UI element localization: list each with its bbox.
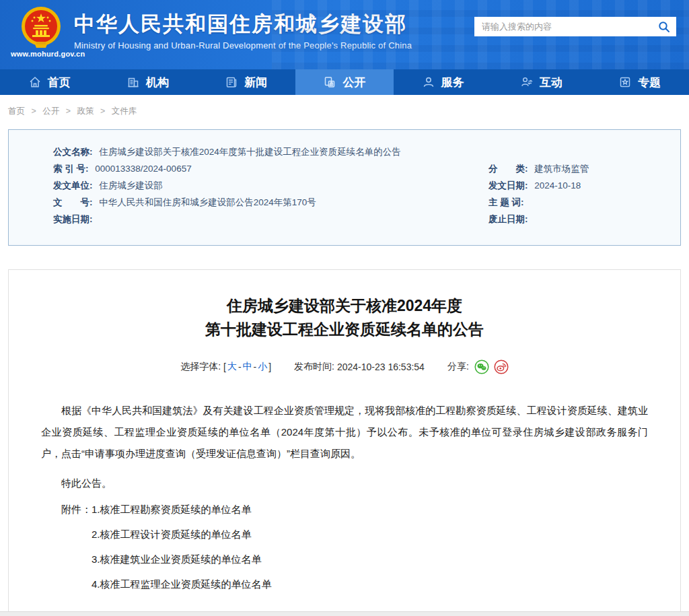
main-nav: 首页 机构 新闻 <box>0 69 689 95</box>
font-size-medium[interactable]: 中 <box>243 361 252 373</box>
meta-value-doc-name: 住房城乡建设部关于核准2024年度第十批建设工程企业资质延续名单的公告 <box>99 147 401 157</box>
nav-label: 互动 <box>540 75 563 90</box>
font-size-large[interactable]: 大 <box>227 361 237 373</box>
meta-value-category: 建筑市场监管 <box>534 164 589 174</box>
topics-icon <box>618 75 632 89</box>
meta-row-doc-name: 公文名称: 住房城乡建设部关于核准2024年度第十批建设工程企业资质延续名单的公… <box>53 143 401 160</box>
national-emblem-icon <box>19 5 63 50</box>
meta-value-doc-number: 中华人民共和国住房和城乡建设部公告2024年第170号 <box>99 197 316 207</box>
wechat-share-icon[interactable] <box>474 360 489 374</box>
service-icon <box>422 75 435 89</box>
article-card: 住房城乡建设部关于核准2024年度 第十批建设工程企业资质延续名单的公告 选择字… <box>8 269 681 611</box>
meta-row-issuing-unit: 发文单位: 住房城乡建设部 <box>53 177 401 194</box>
meta-value-issue-date: 2024-10-18 <box>534 180 581 191</box>
search-input[interactable] <box>474 17 652 36</box>
meta-label: 索 引 号: <box>53 164 89 174</box>
dash: - <box>254 362 257 372</box>
interaction-icon <box>520 75 534 89</box>
meta-row-subject-words: 主 题 词: <box>488 194 589 211</box>
meta-label: 公文名称: <box>53 147 93 157</box>
nav-label: 机构 <box>146 75 169 90</box>
attachment-link-3[interactable]: 3.核准建筑业企业资质延续的单位名单 <box>92 547 648 572</box>
nav-item-disclosure[interactable]: 公开 <box>295 69 394 95</box>
search-icon <box>658 21 670 33</box>
site-title: 中华人民共和国住房和城乡建设部 <box>74 11 412 38</box>
nav-label: 新闻 <box>244 75 267 90</box>
nav-item-interaction[interactable]: 互动 <box>492 69 590 95</box>
search-box <box>474 17 676 36</box>
article-body: 根据《中华人民共和国建筑法》及有关建设工程企业资质管理规定，现将我部核准的工程勘… <box>41 400 648 596</box>
nav-item-organization[interactable]: 机构 <box>98 69 196 95</box>
site-header: www.mohurd.gov.cn 中华人民共和国住房和城乡建设部 Minist… <box>0 0 689 69</box>
meta-label: 文 号: <box>53 197 93 207</box>
meta-value-issuing-unit: 住房城乡建设部 <box>99 180 163 191</box>
bracket-close: ] <box>268 362 271 372</box>
attachment-link-1[interactable]: 1.核准工程勘察资质延续的单位名单 <box>92 504 252 515</box>
meta-row-abolition-date: 废止日期: <box>488 211 589 228</box>
breadcrumb-separator: > <box>100 106 105 116</box>
breadcrumb-policy[interactable]: 政策 <box>77 106 94 116</box>
attachment-link-2[interactable]: 2.核准工程设计资质延续的单位名单 <box>92 522 648 547</box>
news-icon <box>225 75 238 89</box>
nav-item-service[interactable]: 服务 <box>394 69 492 95</box>
article-paragraph-1: 根据《中华人民共和国建筑法》及有关建设工程企业资质管理规定，现将我部核准的工程勘… <box>41 400 648 465</box>
weibo-share-icon[interactable] <box>494 360 509 374</box>
article-title-line1: 住房城乡建设部关于核准2024年度 <box>9 294 680 318</box>
meta-value-index-number: 000013338/2024-00657 <box>95 164 191 174</box>
nav-item-home[interactable]: 首页 <box>0 69 98 95</box>
search-button[interactable] <box>652 17 676 36</box>
meta-label: 发文日期: <box>488 180 528 191</box>
breadcrumb-library[interactable]: 文件库 <box>112 106 137 116</box>
article-info-row: 选择字体: [ 大 - 中 - 小 ] 发布时间: 2024-10-23 16:… <box>9 360 680 374</box>
site-subtitle: Ministry of Housing and Urban-Rural Deve… <box>74 40 412 50</box>
dash: - <box>238 362 242 372</box>
meta-row-issue-date: 发文日期: 2024-10-18 <box>488 177 589 194</box>
breadcrumb-disclosure[interactable]: 公开 <box>42 106 59 116</box>
page: www.mohurd.gov.cn 中华人民共和国住房和城乡建设部 Minist… <box>0 0 689 616</box>
article-title: 住房城乡建设部关于核准2024年度 第十批建设工程企业资质延续名单的公告 <box>9 294 680 341</box>
site-url: www.mohurd.gov.cn <box>11 50 75 58</box>
nav-label: 公开 <box>342 75 365 90</box>
bracket-open: [ <box>223 362 226 372</box>
meta-label: 主 题 词: <box>488 197 524 207</box>
meta-label: 发文单位: <box>53 180 93 191</box>
breadcrumb-separator: > <box>31 106 36 116</box>
meta-row-doc-number: 文 号: 中华人民共和国住房和城乡建设部公告2024年第170号 <box>53 194 401 211</box>
nav-item-topics[interactable]: 专题 <box>591 69 689 95</box>
breadcrumb-home[interactable]: 首页 <box>8 106 25 116</box>
meta-row-category: 分 类: 建筑市场监管 <box>488 160 589 177</box>
doc-meta-panel: 公文名称: 住房城乡建设部关于核准2024年度第十批建设工程企业资质延续名单的公… <box>8 129 681 246</box>
article-title-line2: 第十批建设工程企业资质延续名单的公告 <box>9 318 680 341</box>
meta-row-index-number: 索 引 号: 000013338/2024-00657 <box>53 160 401 177</box>
footer-strip <box>0 611 689 616</box>
nav-label: 服务 <box>441 75 464 90</box>
share-label: 分享: <box>447 361 469 373</box>
home-icon <box>28 75 42 89</box>
organization-icon <box>126 75 140 89</box>
meta-label: 废止日期: <box>488 214 528 224</box>
attachments-label: 附件： <box>61 504 92 515</box>
article-paragraph-2: 特此公告。 <box>41 473 648 494</box>
nav-item-news[interactable]: 新闻 <box>197 69 295 95</box>
attachment-link-4[interactable]: 4.核准工程监理企业资质延续的单位名单 <box>92 572 648 596</box>
breadcrumb-separator: > <box>66 106 71 116</box>
nav-label: 首页 <box>48 75 71 90</box>
publish-time-label: 发布时间: <box>294 361 334 373</box>
nav-label: 专题 <box>638 75 661 90</box>
font-selector-label: 选择字体: <box>180 361 221 373</box>
attachments-block: 附件：1.核准工程勘察资质延续的单位名单 2.核准工程设计资质延续的单位名单 3… <box>41 497 648 596</box>
publish-time-value: 2024-10-23 16:53:54 <box>337 362 425 372</box>
font-size-small[interactable]: 小 <box>258 361 267 373</box>
meta-row-implementation-date: 实施日期: <box>53 211 401 228</box>
disclosure-icon <box>323 75 336 89</box>
breadcrumb: 首页 > 公开 > 政策 > 文件库 <box>8 106 137 117</box>
meta-label: 分 类: <box>488 164 528 174</box>
meta-label: 实施日期: <box>53 214 93 224</box>
